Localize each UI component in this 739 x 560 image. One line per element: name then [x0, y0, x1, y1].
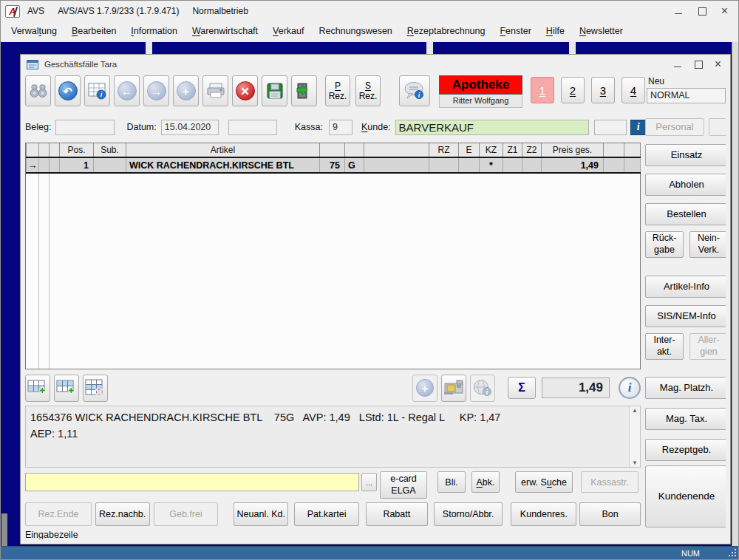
rueckgabe-button[interactable]: Rück-gabe [645, 231, 684, 258]
input-row: ... e-cardELGA Bli. Abk. erw. Suche Kass… [25, 471, 641, 499]
menu-rezeptabrechnung[interactable]: Rezeptabrechnung [400, 23, 493, 39]
patientenkartei-button[interactable]: Pat.kartei [294, 502, 359, 526]
main-panel: Beleg: Datum: 15.04.2020 Kassa: 9 Kunde:… [25, 118, 641, 539]
neuanlage-kunde-button[interactable]: Neuanl. Kd. [234, 502, 288, 526]
einsatz-button[interactable]: Einsatz [645, 144, 726, 166]
message-info-icon[interactable]: i [399, 75, 430, 106]
add-row-icon[interactable] [25, 375, 50, 402]
magistral-platzhalter-button[interactable]: Mag. Platzh. [645, 377, 726, 399]
sum-button[interactable]: Σ [508, 377, 536, 399]
rabatt-button[interactable]: Rabatt [366, 502, 428, 526]
tab-1[interactable]: 1 [531, 77, 554, 103]
scroll-down-icon[interactable]: ▼ [632, 460, 638, 466]
geb-frei-button: Geb.frei [154, 502, 219, 526]
add-row-header-icon[interactable] [54, 375, 79, 402]
rez-nachb-button[interactable]: Rez.nachb. [95, 502, 150, 526]
datum-extra-field[interactable] [228, 120, 277, 135]
neu-field[interactable]: NORMAL [647, 88, 726, 103]
kundenreservierung-button[interactable]: Kundenres. [511, 502, 576, 526]
total-info-button[interactable]: i [619, 377, 641, 399]
allergien-button: Aller-gien [689, 333, 726, 360]
cancel-icon[interactable]: ✕ [232, 75, 258, 106]
binoculars-search-icon[interactable] [25, 75, 51, 106]
mdi-area: Geschäftsfälle Tara × ↶ i ← [1, 41, 738, 546]
kassastr-button: Kassastr. [581, 471, 638, 493]
sum-add-icon: + [412, 375, 437, 402]
kassa-field[interactable]: 9 [329, 120, 353, 135]
minimize-icon[interactable] [674, 7, 683, 16]
scroll-up-icon[interactable]: ▲ [632, 407, 638, 414]
abk-button[interactable]: Abk. [471, 471, 500, 493]
child-close-icon[interactable]: × [715, 60, 721, 69]
delete-row-icon[interactable]: ✕ [83, 375, 108, 402]
table-info-icon[interactable]: i [84, 75, 110, 106]
menu-verwaltung[interactable]: Verwaltung [4, 23, 64, 39]
mdi-window-gap [146, 42, 152, 54]
undo-icon[interactable]: ↶ [55, 75, 81, 106]
avs-logo-icon: A [5, 5, 20, 18]
customer-info-button[interactable]: i [630, 120, 647, 135]
entry-input[interactable] [25, 473, 359, 491]
total-display: 1,49 [542, 378, 610, 398]
num-lock-indicator: NUM [681, 549, 700, 558]
menu-warenwirtschaft[interactable]: Warenwirtschaft [185, 23, 265, 39]
menu-newsletter[interactable]: Newsletter [572, 23, 630, 39]
maximize-icon[interactable] [698, 7, 706, 16]
row-marker: → [27, 157, 39, 173]
s-rez-button[interactable]: SRez. [355, 75, 381, 106]
interaktionen-button[interactable]: Inter-akt. [645, 333, 684, 360]
avs-main-window: A AVS AVS/AVS 1.7.9/233 (1.7.9.471) Norm… [0, 0, 739, 560]
abholen-button[interactable]: Abholen [645, 174, 726, 196]
child-maximize-icon[interactable] [694, 60, 703, 69]
pharmacy-status-badge: Apotheke [439, 75, 522, 95]
tab-2[interactable]: 2 [561, 77, 585, 103]
menu-information[interactable]: Information [123, 23, 185, 39]
child-minimize-icon[interactable] [673, 60, 682, 69]
eingabezeile-label: Eingabezeile [25, 530, 641, 539]
p-rez-button[interactable]: PRez. [325, 75, 350, 106]
beleg-field[interactable] [55, 120, 115, 135]
menu-rechnungswesen[interactable]: Rechnungswesen [311, 23, 399, 39]
ecard-elga-button[interactable]: e-cardELGA [380, 471, 427, 499]
mdi-scrollbar[interactable] [732, 42, 738, 546]
storno-abbruch-button[interactable]: Storno/Abbr. [434, 502, 503, 526]
form-row: Beleg: Datum: 15.04.2020 Kassa: 9 Kunde:… [25, 118, 641, 136]
geschaeftsfaelle-window: Geschäftsfälle Tara × ↶ i ← [20, 54, 731, 544]
artikel-info-button[interactable]: Artikel-Info [645, 276, 726, 298]
info-scrollbar[interactable]: ▲ ▼ [629, 406, 640, 467]
tab-3[interactable]: 3 [591, 77, 615, 103]
menu-bearbeiten[interactable]: Bearbeiten [64, 23, 123, 39]
tab-4[interactable]: 4 [621, 77, 645, 103]
print-icon[interactable] [202, 75, 228, 106]
sis-nem-info-button[interactable]: SIS/NEM-Info [645, 305, 726, 327]
cash-register-icon[interactable] [441, 375, 466, 402]
magistral-taxierung-button[interactable]: Mag. Tax. [645, 408, 726, 430]
more-button[interactable]: ... [361, 473, 377, 491]
article-info-line2: AEP: 1,11 [30, 428, 78, 440]
kunde-field[interactable]: BARVERKAUF [395, 120, 589, 135]
resize-grip[interactable] [726, 548, 737, 558]
menu-hilfe[interactable]: Hilfe [539, 23, 572, 39]
bon-button[interactable]: Bon [579, 502, 641, 526]
menu-fenster[interactable]: Fenster [492, 23, 538, 39]
menu-verkauf[interactable]: Verkauf [265, 23, 311, 39]
next-icon: → [143, 75, 169, 106]
exit-icon[interactable] [291, 75, 317, 106]
nein-verkauf-button[interactable]: Nein-Verk. [689, 231, 726, 258]
datum-field[interactable]: 15.04.2020 [161, 120, 219, 135]
kunde-extra-field[interactable] [594, 120, 627, 135]
table-row[interactable]: → 1 WICK RACHENDRACH.KIRSCHE BTL 75 G [27, 157, 641, 173]
bestellen-button[interactable]: Bestellen [645, 203, 726, 225]
action-row: Rez.Ende Rez.nachb. Geb.frei Neuanl. Kd.… [25, 502, 641, 526]
table-empty-area [26, 174, 640, 369]
table-header-row: Pos. Sub.Artikel RZ EKZ Z1Z2 Preis ges. [27, 143, 641, 157]
close-icon[interactable]: × [721, 7, 728, 16]
neu-label: Neu [648, 76, 726, 86]
rezeptgebuehr-button[interactable]: Rezeptgeb. [645, 439, 726, 461]
bli-button[interactable]: Bli. [437, 471, 466, 493]
save-icon[interactable] [262, 75, 287, 106]
kundenende-button[interactable]: Kundenende [645, 465, 726, 527]
erweiterte-suche-button[interactable]: erw. Suche [515, 471, 573, 493]
status-bar: NUM [1, 546, 738, 559]
child-window-title: Geschäftsfälle Tara [44, 60, 117, 69]
